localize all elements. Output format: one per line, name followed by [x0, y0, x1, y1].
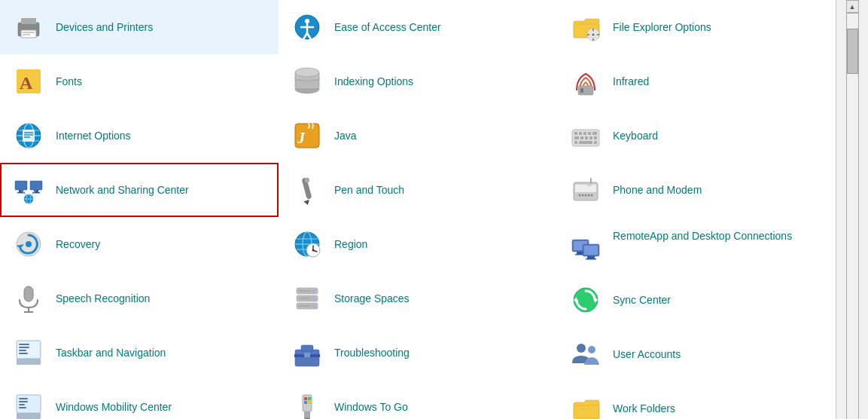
fonts-label: Fonts: [56, 75, 82, 88]
svg-rect-132: [584, 246, 598, 255]
infrared-icon: [568, 63, 604, 99]
svg-rect-17: [15, 181, 27, 190]
fonts-icon: A: [11, 63, 47, 99]
region-icon: [289, 226, 325, 262]
workfolders-icon: [568, 390, 604, 419]
storage-spaces-label: Storage Spaces: [334, 292, 410, 305]
windows-to-go-label: Windows To Go: [334, 400, 408, 414]
taskbar-icon: [11, 335, 47, 371]
item-file-explorer[interactable]: File Explorer Options: [557, 0, 836, 54]
region-label: Region: [334, 237, 367, 251]
svg-rect-45: [19, 404, 25, 405]
svg-rect-107: [583, 132, 586, 135]
keyboard-label: Keyboard: [613, 129, 658, 142]
svg-rect-109: [592, 132, 597, 135]
java-icon: J: [289, 118, 325, 154]
item-remoteapp[interactable]: RemoteApp and Desktop Connections: [557, 217, 836, 273]
item-region[interactable]: Region: [279, 217, 557, 271]
item-fonts[interactable]: A Fonts: [0, 54, 279, 109]
wintogo-icon: [289, 389, 325, 419]
scrollbar: ▲ ▼: [836, 0, 868, 419]
svg-rect-13: [23, 130, 35, 142]
svg-rect-39: [19, 350, 26, 351]
svg-rect-100: [597, 34, 599, 35]
svg-rect-108: [588, 132, 591, 135]
item-windows-to-go[interactable]: Windows To Go: [279, 380, 557, 419]
network-icon: [11, 172, 47, 208]
item-java[interactable]: J Java: [279, 109, 557, 163]
svg-point-72: [312, 249, 315, 252]
svg-rect-42: [17, 413, 41, 419]
speech-recognition-label: Speech Recognition: [56, 292, 150, 305]
item-devices-printers[interactable]: Devices and Printers: [0, 0, 279, 54]
svg-rect-110: [574, 136, 579, 139]
svg-rect-119: [575, 185, 596, 192]
devices-printers-label: Devices and Printers: [56, 20, 153, 34]
item-ease-of-access[interactable]: Ease of Access Center: [279, 0, 557, 54]
item-troubleshooting[interactable]: Troubleshooting: [279, 326, 557, 380]
svg-point-76: [312, 289, 315, 292]
scrollbar-thumb[interactable]: [847, 29, 858, 74]
svg-rect-46: [19, 407, 26, 408]
svg-rect-89: [304, 397, 307, 400]
svg-point-96: [592, 33, 595, 36]
item-pen-touch[interactable]: Pen and Touch: [279, 163, 557, 217]
item-windows-mobility[interactable]: Windows Mobility Center: [0, 380, 279, 419]
scroll-up-button[interactable]: ▲: [846, 0, 859, 13]
svg-marker-62: [303, 200, 310, 205]
item-indexing[interactable]: Indexing Options: [279, 54, 557, 109]
svg-rect-35: [17, 359, 41, 365]
item-sync-center[interactable]: Sync Center: [557, 273, 836, 327]
svg-rect-103: [580, 88, 583, 93]
svg-point-139: [588, 346, 595, 353]
item-internet-options[interactable]: Internet Options: [0, 109, 279, 163]
svg-point-5: [34, 24, 37, 27]
item-taskbar[interactable]: Taskbar and Navigation: [0, 326, 279, 380]
sync-icon: [568, 282, 604, 318]
svg-point-120: [579, 194, 581, 197]
svg-rect-37: [19, 344, 29, 345]
network-sharing-label: Network and Sharing Center: [56, 183, 189, 197]
svg-rect-90: [308, 397, 311, 400]
phone-icon: [568, 172, 604, 208]
ease-icon: [289, 9, 325, 45]
svg-rect-85: [304, 353, 310, 357]
indexing-label: Indexing Options: [334, 75, 413, 88]
item-storage-spaces[interactable]: Storage Spaces: [279, 271, 557, 326]
phone-modem-label: Phone and Modem: [613, 183, 702, 197]
mobility-icon: [11, 389, 47, 419]
sync-center-label: Sync Center: [613, 293, 671, 307]
svg-rect-116: [579, 141, 592, 144]
svg-rect-40: [19, 353, 28, 354]
item-phone-modem[interactable]: Phone and Modem: [557, 163, 836, 217]
item-infrared[interactable]: Infrared: [557, 54, 836, 109]
svg-rect-112: [585, 136, 588, 139]
item-keyboard[interactable]: Keyboard: [557, 109, 836, 163]
windows-mobility-label: Windows Mobility Center: [56, 400, 172, 414]
svg-rect-92: [308, 401, 311, 404]
item-user-accounts[interactable]: User Accounts: [557, 327, 836, 381]
item-network-sharing[interactable]: Network and Sharing Center: [0, 163, 279, 217]
item-recovery[interactable]: Recovery: [0, 217, 279, 271]
svg-text:J: J: [297, 130, 306, 146]
svg-rect-117: [594, 141, 597, 144]
file-explorer-label: File Explorer Options: [613, 20, 711, 34]
internet-icon: [11, 118, 47, 154]
column-1: Devices and Printers A Fonts: [0, 0, 279, 419]
svg-rect-83: [301, 345, 313, 351]
item-work-folders[interactable]: Work Folders: [557, 381, 836, 419]
troubleshoot-icon: [289, 335, 325, 371]
infrared-label: Infrared: [613, 75, 649, 88]
keyboard-icon: [568, 118, 604, 154]
svg-point-123: [588, 194, 590, 197]
item-speech-recognition[interactable]: Speech Recognition: [0, 271, 279, 326]
scrollbar-track[interactable]: [846, 13, 859, 419]
svg-point-77: [312, 297, 315, 300]
svg-rect-38: [19, 347, 29, 348]
svg-rect-43: [19, 398, 28, 399]
svg-point-58: [295, 68, 319, 77]
svg-rect-134: [586, 258, 596, 260]
svg-rect-111: [580, 136, 583, 139]
svg-rect-125: [590, 178, 592, 184]
ease-of-access-label: Ease of Access Center: [334, 20, 441, 34]
